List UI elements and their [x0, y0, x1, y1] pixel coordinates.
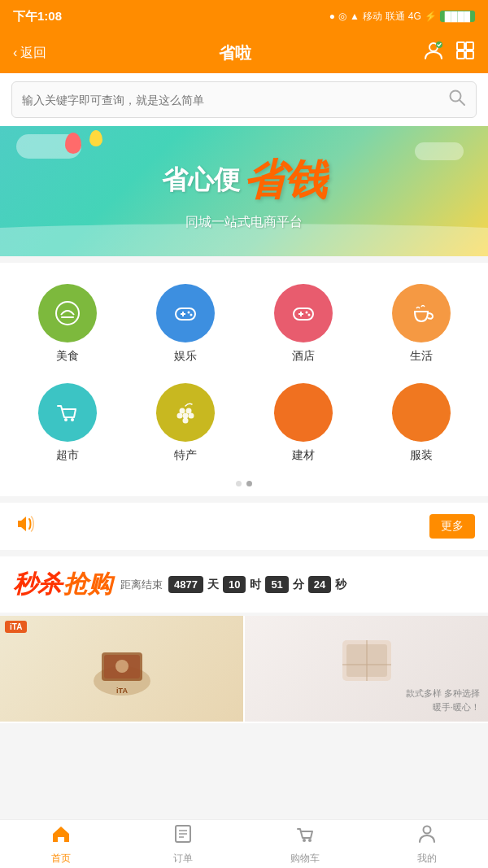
banner-content: 省心便 省钱 同城一站式电商平台 [162, 152, 326, 231]
category-label-supermarket: 超市 [56, 448, 79, 463]
svg-rect-5 [466, 51, 473, 59]
search-box[interactable] [11, 81, 477, 118]
category-label-food: 美食 [56, 349, 79, 364]
category-label-hotel: 酒店 [292, 349, 315, 364]
banner[interactable]: 省心便 省钱 同城一站式电商平台 [0, 126, 488, 256]
back-arrow-icon: ‹ [13, 46, 17, 60]
svg-point-31 [115, 660, 129, 673]
svg-point-19 [307, 314, 310, 316]
back-button[interactable]: ‹ 返回 [13, 45, 46, 62]
dot-2 [246, 481, 252, 486]
svg-point-18 [305, 312, 307, 314]
category-label-building: 建材 [292, 448, 315, 463]
search-container [0, 73, 488, 126]
svg-point-26 [188, 413, 194, 419]
countdown-seconds: 24 [308, 576, 331, 593]
announce-left [13, 513, 36, 540]
announce-bar: 更多 [0, 503, 488, 550]
svg-rect-2 [457, 42, 464, 50]
flash-sale-bar: 秒杀 抢购 距离结束 4877 天 10 时 51 分 24 秒 [0, 556, 488, 613]
svg-rect-3 [466, 42, 473, 50]
svg-point-21 [71, 418, 74, 421]
category-item-specialty[interactable]: 特产 [126, 375, 244, 474]
svg-line-7 [460, 100, 464, 105]
svg-point-23 [185, 408, 191, 414]
grid-icon[interactable] [455, 41, 475, 65]
flash-sale-title: 秒杀 抢购 [13, 568, 112, 601]
category-item-clothing[interactable]: 服装 [362, 375, 480, 474]
nav-actions [423, 40, 475, 66]
svg-point-8 [56, 302, 79, 325]
category-label-entertainment: 娱乐 [174, 349, 197, 364]
svg-point-22 [179, 408, 185, 414]
product-image-right [318, 632, 416, 705]
product-section: iTA iTA 款式多样 多种选择 暖手·暖心！ [0, 616, 488, 723]
product-card-right[interactable]: 款式多样 多种选择 暖手·暖心！ [245, 616, 488, 722]
svg-rect-9 [61, 316, 74, 318]
page-title: 省啦 [219, 42, 251, 64]
countdown-days: 4877 [168, 576, 203, 593]
countdown-hours: 10 [223, 576, 246, 593]
category-section: 美食娱乐酒店生活超市特产建材服装 [0, 263, 488, 496]
svg-point-20 [64, 418, 68, 421]
back-label: 返回 [20, 45, 46, 62]
category-item-entertainment[interactable]: 娱乐 [126, 276, 244, 375]
svg-point-25 [176, 413, 182, 419]
category-item-food[interactable]: 美食 [8, 276, 126, 375]
user-icon[interactable] [423, 40, 444, 66]
product-card-left[interactable]: iTA iTA [0, 616, 243, 722]
category-circle-clothing [392, 383, 451, 442]
status-time: 下午1:08 [13, 9, 62, 24]
status-bar: 下午1:08 ● ◎ ▲ 移动 联通 4G ⚡ ████ [0, 0, 488, 33]
category-label-specialty: 特产 [174, 448, 197, 463]
category-circle-life [392, 284, 451, 342]
banner-sub-text: 同城一站式电商平台 [162, 214, 326, 231]
countdown-minutes: 51 [265, 576, 288, 593]
sound-icon [13, 513, 36, 540]
search-icon[interactable] [448, 89, 466, 111]
category-circle-entertainment [156, 284, 215, 342]
svg-text:iTA: iTA [116, 687, 128, 695]
svg-point-14 [190, 314, 192, 316]
svg-rect-4 [457, 51, 464, 59]
more-button[interactable]: 更多 [429, 514, 475, 539]
nav-bar: ‹ 返回 省啦 [0, 33, 488, 73]
svg-point-13 [187, 312, 190, 314]
product-text-right: 款式多样 多种选择 暖手·暖心！ [406, 687, 480, 713]
category-label-life: 生活 [410, 349, 433, 364]
category-circle-food [38, 284, 97, 342]
category-circle-specialty [156, 383, 215, 442]
product-badge-left: iTA [5, 621, 27, 633]
category-item-supermarket[interactable]: 超市 [8, 375, 126, 474]
search-input[interactable] [22, 94, 448, 107]
banner-decoration2 [415, 142, 464, 160]
svg-point-27 [182, 418, 188, 424]
status-icons: ● ◎ ▲ 移动 联通 4G ⚡ ████ [329, 10, 475, 24]
product-image-left: iTA [81, 636, 163, 701]
category-circle-supermarket [38, 383, 97, 442]
category-item-building[interactable]: 建材 [244, 375, 362, 474]
category-grid: 美食娱乐酒店生活超市特产建材服装 [0, 276, 488, 474]
countdown-label: 距离结束 [120, 578, 163, 592]
category-item-life[interactable]: 生活 [362, 276, 480, 375]
category-circle-hotel [274, 284, 333, 342]
category-item-hotel[interactable]: 酒店 [244, 276, 362, 375]
banner-balloon2 [89, 130, 102, 146]
category-label-clothing: 服装 [410, 448, 433, 463]
svg-point-24 [182, 413, 188, 419]
category-circle-building [274, 383, 333, 442]
banner-main-text: 省心便 省钱 [162, 152, 326, 209]
dot-1 [236, 481, 242, 486]
countdown: 距离结束 4877 天 10 时 51 分 24 秒 [120, 576, 348, 593]
banner-balloon [65, 133, 81, 154]
pagination-dots [0, 474, 488, 490]
